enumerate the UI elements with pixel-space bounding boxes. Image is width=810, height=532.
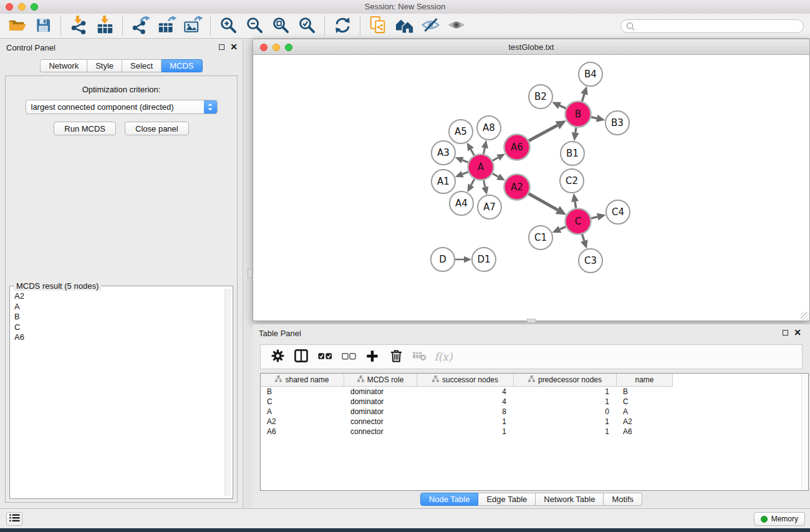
run-mcds-button[interactable]: Run MCDS xyxy=(54,122,116,135)
table-cell[interactable]: A xyxy=(261,407,344,416)
graph-edge-A-A4[interactable] xyxy=(467,179,474,192)
delete-column-button[interactable] xyxy=(384,347,408,367)
graph-edge-B-B2[interactable] xyxy=(552,102,566,109)
table-row[interactable]: A6connector11A6 xyxy=(261,427,808,437)
import-network-button[interactable] xyxy=(65,15,92,37)
table-cell[interactable]: 1 xyxy=(417,427,514,436)
network-graph[interactable]: B4B2BB3A8A5A6A3B1AA1C2A2A4A7C4CC1DD1C3 xyxy=(253,55,809,321)
hide-details-button[interactable] xyxy=(417,15,443,37)
graph-node-A6[interactable]: A6 xyxy=(504,135,530,160)
task-history-button[interactable] xyxy=(6,512,22,526)
graph-edge-A-A8[interactable] xyxy=(481,140,488,154)
new-network-from-selection-button[interactable] xyxy=(365,15,391,37)
deselect-all-button[interactable] xyxy=(337,347,360,367)
horizontal-splitter-handle[interactable] xyxy=(527,319,536,323)
table-cell[interactable]: B xyxy=(617,387,673,396)
tab-edge-table[interactable]: Edge Table xyxy=(478,493,536,506)
export-table-button[interactable] xyxy=(153,15,180,37)
graph-edge-A-A3[interactable] xyxy=(455,157,468,163)
table-cell[interactable]: 1 xyxy=(514,397,617,406)
graph-node-C1[interactable]: C1 xyxy=(529,226,552,249)
search-field[interactable] xyxy=(620,19,804,33)
table-cell[interactable]: A2 xyxy=(261,417,344,426)
delete-table-button[interactable] xyxy=(408,347,432,367)
graph-node-B4[interactable]: B4 xyxy=(579,62,602,86)
zoom-out-button[interactable] xyxy=(241,15,268,37)
graph-edge-A6-B[interactable] xyxy=(529,120,566,141)
graph-edge-C-C1[interactable] xyxy=(552,226,566,233)
graph-node-A5[interactable]: A5 xyxy=(449,120,473,143)
close-table-panel-icon[interactable]: ✕ xyxy=(794,329,801,336)
graph-node-D1[interactable]: D1 xyxy=(472,248,496,271)
graph-edge-A-A2[interactable] xyxy=(493,173,505,180)
mcds-result-item[interactable]: B xyxy=(14,312,221,322)
tab-style[interactable]: Style xyxy=(87,59,122,72)
column-header-shared-name[interactable]: shared name xyxy=(261,374,344,387)
tab-mcds[interactable]: MCDS xyxy=(162,59,202,72)
mcds-result-item[interactable]: A2 xyxy=(14,291,221,302)
graph-node-D[interactable]: D xyxy=(431,248,455,271)
criterion-select[interactable]: largest connected component (directed) xyxy=(26,100,218,114)
memory-button[interactable]: Memory xyxy=(754,512,805,526)
table-cell[interactable]: 4 xyxy=(417,397,514,406)
attribute-settings-button[interactable] xyxy=(266,347,289,367)
column-header-successor-nodes[interactable]: successor nodes xyxy=(417,374,514,387)
graph-edge-B-B4[interactable] xyxy=(581,86,587,101)
graph-edge-B-B3[interactable] xyxy=(591,115,605,122)
graph-node-C4[interactable]: C4 xyxy=(606,200,630,224)
tab-network[interactable]: Network xyxy=(40,59,87,72)
select-all-button[interactable] xyxy=(313,347,337,367)
close-panel-button[interactable]: Close panel xyxy=(125,122,189,135)
table-cell[interactable]: A2 xyxy=(617,417,673,426)
graph-node-A[interactable]: A xyxy=(468,155,494,180)
add-column-button[interactable] xyxy=(360,347,384,367)
column-header-mcds-role[interactable]: MCDS role xyxy=(344,374,417,387)
table-cell[interactable]: dominator xyxy=(344,397,417,406)
graph-node-A4[interactable]: A4 xyxy=(450,191,473,215)
window-resize-handle[interactable] xyxy=(801,312,809,320)
table-row[interactable]: A2connector11A2 xyxy=(261,417,808,427)
column-header-predecessor-nodes[interactable]: predecessor nodes xyxy=(514,374,617,387)
export-network-button[interactable] xyxy=(127,15,153,37)
function-builder-button[interactable]: f(x) xyxy=(432,347,455,367)
graph-edge-C-C4[interactable] xyxy=(591,213,606,221)
refresh-button[interactable] xyxy=(329,15,355,37)
graph-node-B3[interactable]: B3 xyxy=(605,111,629,135)
table-cell[interactable]: 1 xyxy=(514,427,617,436)
zoom-fit-button[interactable] xyxy=(268,15,294,37)
graph-node-B[interactable]: B xyxy=(566,102,591,127)
graph-node-C2[interactable]: C2 xyxy=(560,169,584,193)
table-row[interactable]: Cdominator41C xyxy=(261,397,808,407)
search-input[interactable] xyxy=(638,21,798,31)
zoom-selected-button[interactable] xyxy=(294,15,320,37)
show-details-button[interactable] xyxy=(443,15,470,37)
mcds-result-item[interactable]: A xyxy=(14,302,221,312)
graph-node-A1[interactable]: A1 xyxy=(432,170,455,193)
graph-edge-A-A7[interactable] xyxy=(482,180,489,195)
export-image-button[interactable] xyxy=(180,15,206,37)
close-panel-icon[interactable]: ✕ xyxy=(230,43,238,51)
table-row[interactable]: Bdominator41B xyxy=(261,387,808,397)
table-cell[interactable]: 8 xyxy=(417,407,514,416)
graph-edge-B-B1[interactable] xyxy=(572,127,579,141)
table-cell[interactable]: 1 xyxy=(514,417,617,426)
save-session-button[interactable] xyxy=(30,15,56,37)
result-scrollbar[interactable] xyxy=(224,289,231,496)
import-table-button[interactable] xyxy=(92,15,118,37)
graph-node-A2[interactable]: A2 xyxy=(504,175,530,200)
homes-button[interactable] xyxy=(391,15,417,37)
tab-node-table[interactable]: Node Table xyxy=(420,493,479,506)
graph-edge-A-A1[interactable] xyxy=(455,171,468,177)
mcds-result-item[interactable]: C xyxy=(14,322,221,333)
table-cell[interactable]: connector xyxy=(344,417,417,426)
graph-node-A8[interactable]: A8 xyxy=(477,116,501,140)
table-cell[interactable]: 1 xyxy=(514,387,617,396)
network-canvas[interactable]: B4B2BB3A8A5A6A3B1AA1C2A2A4A7C4CC1DD1C3 xyxy=(253,55,810,321)
table-cell[interactable]: B xyxy=(261,387,344,396)
vertical-splitter-handle[interactable] xyxy=(248,269,252,278)
graph-node-C[interactable]: C xyxy=(566,209,591,235)
table-cell[interactable]: dominator xyxy=(344,407,417,416)
graph-edge-A-A5[interactable] xyxy=(467,142,475,155)
table-cell[interactable]: dominator xyxy=(344,387,417,396)
graph-node-C3[interactable]: C3 xyxy=(579,249,602,273)
